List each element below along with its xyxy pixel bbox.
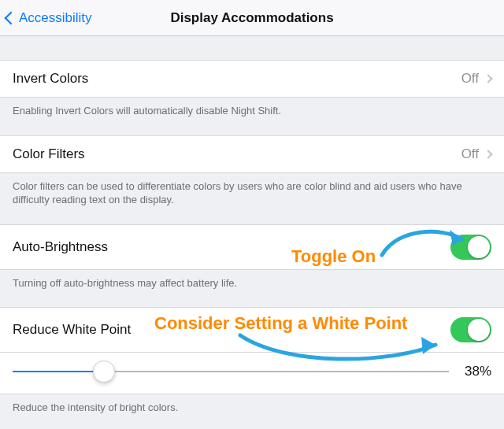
- group-footer: Enabling Invert Colors will automaticall…: [0, 98, 504, 132]
- row-label: Color Filters: [13, 146, 85, 162]
- row-auto-brightness: Auto-Brightness: [0, 224, 504, 270]
- reduce-white-point-toggle[interactable]: [450, 317, 491, 342]
- row-invert-colors[interactable]: Invert Colors Off: [0, 60, 504, 98]
- back-label: Accessibility: [19, 10, 92, 26]
- group-footer: Color filters can be used to differentia…: [0, 173, 504, 221]
- group-footer: Turning off auto-brightness may affect b…: [0, 270, 504, 305]
- group-footer: Reduce the intensity of bright colors.: [0, 394, 504, 429]
- row-color-filters[interactable]: Color Filters Off: [0, 135, 504, 173]
- toggle-knob: [468, 236, 490, 258]
- row-white-point-slider: 38%: [0, 353, 504, 394]
- row-reduce-white-point: Reduce White Point: [0, 307, 504, 353]
- row-value: Off: [461, 146, 479, 162]
- back-button[interactable]: Accessibility: [0, 10, 92, 26]
- auto-brightness-toggle[interactable]: [450, 235, 491, 260]
- chevron-right-icon: [484, 150, 492, 158]
- slider-value: 38%: [460, 364, 491, 379]
- row-label: Invert Colors: [13, 71, 88, 87]
- group-auto-brightness: Auto-Brightness Turning off auto-brightn…: [0, 224, 504, 305]
- toggle-knob: [468, 319, 490, 341]
- group-invert-colors: Invert Colors Off Enabling Invert Colors…: [0, 60, 504, 132]
- white-point-slider[interactable]: [13, 361, 449, 383]
- group-color-filters: Color Filters Off Color filters can be u…: [0, 135, 504, 221]
- row-label: Reduce White Point: [13, 322, 131, 338]
- group-reduce-white-point: Reduce White Point 38% Reduce the intens…: [0, 307, 504, 429]
- chevron-right-icon: [484, 74, 492, 83]
- row-label: Auto-Brightness: [13, 239, 108, 255]
- slider-track-fill: [13, 371, 104, 372]
- settings-list: Invert Colors Off Enabling Invert Colors…: [0, 36, 504, 429]
- chevron-left-icon: [5, 11, 18, 24]
- slider-thumb[interactable]: [93, 361, 115, 383]
- navigation-bar: Accessibility Display Accommodations: [0, 0, 504, 36]
- row-value: Off: [461, 71, 479, 87]
